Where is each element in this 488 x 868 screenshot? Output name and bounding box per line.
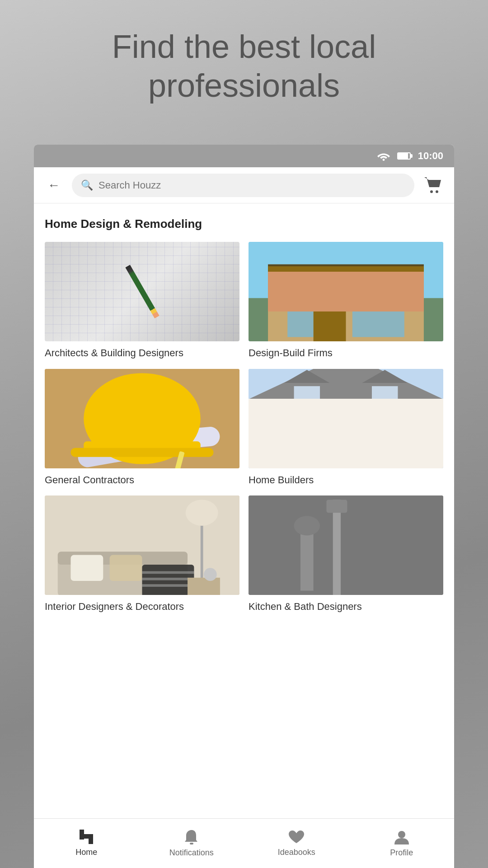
svg-rect-52 — [333, 500, 341, 595]
category-grid: Architects & Building Designers — [45, 242, 443, 613]
svg-point-48 — [186, 500, 218, 526]
svg-rect-44 — [142, 571, 194, 574]
svg-rect-45 — [142, 578, 194, 580]
category-kitchen[interactable]: Kitchen & Bath Designers — [249, 495, 443, 613]
battery-icon — [397, 152, 411, 160]
category-contractors[interactable]: General Contractors — [45, 369, 239, 487]
contractors-label: General Contractors — [45, 474, 239, 487]
kitchen-image — [249, 495, 443, 595]
house-svg — [249, 242, 443, 341]
cart-icon — [424, 177, 442, 193]
phone-card: 10:00 ← 🔍 Home Design & Remodeling — [34, 145, 454, 868]
svg-rect-30 — [378, 412, 424, 451]
interior-svg — [45, 495, 239, 595]
svg-rect-49 — [188, 578, 220, 595]
svg-rect-31 — [265, 412, 272, 451]
nav-ideabooks[interactable]: Ideabooks — [244, 819, 349, 868]
svg-point-55 — [294, 516, 320, 536]
nav-notifications[interactable]: Notifications — [139, 819, 244, 868]
svg-rect-34 — [366, 412, 373, 451]
svg-rect-36 — [421, 412, 428, 451]
category-design-build[interactable]: Design-Build Firms — [249, 242, 443, 360]
svg-rect-9 — [314, 305, 346, 341]
svg-rect-46 — [142, 584, 194, 587]
svg-point-1 — [430, 190, 433, 193]
pencil-shape — [125, 265, 159, 319]
contractors-image — [45, 369, 239, 468]
interior-image — [45, 495, 239, 595]
category-builders[interactable]: Home Builders — [249, 369, 443, 487]
svg-rect-54 — [300, 526, 314, 591]
back-arrow-icon: ← — [47, 178, 60, 193]
svg-rect-6 — [268, 264, 424, 275]
svg-rect-35 — [375, 412, 383, 451]
svg-rect-27 — [372, 386, 398, 406]
svg-rect-28 — [268, 412, 314, 451]
design-build-label: Design-Build Firms — [249, 347, 443, 360]
status-time: 10:00 — [418, 150, 443, 162]
builders-svg — [249, 369, 443, 468]
architects-image — [45, 242, 239, 341]
svg-point-0 — [382, 159, 385, 161]
search-input[interactable] — [99, 179, 405, 191]
back-button[interactable]: ← — [43, 175, 65, 196]
status-bar: 10:00 — [34, 145, 454, 167]
svg-point-50 — [204, 568, 217, 581]
profile-icon — [394, 829, 410, 845]
svg-rect-53 — [326, 500, 347, 513]
svg-rect-32 — [310, 412, 318, 451]
section-title: Home Design & Remodeling — [45, 217, 443, 231]
architects-label: Architects & Building Designers — [45, 347, 239, 360]
svg-rect-42 — [110, 555, 142, 581]
scroll-content: Home Design & Remodeling Architects & Bu… — [34, 203, 454, 818]
kitchen-label: Kitchen & Bath Designers — [249, 600, 443, 613]
svg-rect-58 — [89, 834, 93, 844]
bottom-nav: Home Notifications Ideabooks — [34, 818, 454, 868]
wifi-icon — [377, 151, 390, 161]
interior-label: Interior Designers & Decorators — [45, 600, 239, 613]
svg-rect-15 — [70, 448, 213, 457]
svg-point-61 — [398, 831, 405, 838]
hero-text: Find the best local professionals — [0, 27, 488, 105]
svg-rect-41 — [70, 555, 103, 581]
nav-profile-label: Profile — [390, 848, 413, 858]
search-bar[interactable]: 🔍 — [72, 174, 414, 197]
notifications-icon — [183, 829, 200, 845]
nav-notifications-label: Notifications — [169, 848, 214, 858]
svg-rect-29 — [323, 412, 369, 451]
svg-point-2 — [436, 190, 438, 193]
svg-rect-8 — [352, 285, 404, 337]
category-architects[interactable]: Architects & Building Designers — [45, 242, 239, 360]
cart-button[interactable] — [422, 174, 445, 197]
hardhat-svg — [45, 369, 239, 468]
nav-home[interactable]: Home — [34, 819, 139, 868]
builders-label: Home Builders — [249, 474, 443, 487]
nav-home-label: Home — [75, 848, 97, 857]
svg-rect-37 — [326, 448, 365, 468]
svg-rect-26 — [294, 386, 320, 406]
builders-image — [249, 369, 443, 468]
search-icon: 🔍 — [81, 179, 93, 191]
svg-point-60 — [190, 830, 193, 833]
svg-rect-59 — [190, 843, 193, 844]
heart-icon — [288, 830, 305, 845]
nav-ideabooks-label: Ideabooks — [278, 848, 315, 857]
kitchen-svg — [249, 495, 443, 595]
toolbar: ← 🔍 — [34, 167, 454, 203]
svg-rect-33 — [320, 412, 328, 451]
category-interior[interactable]: Interior Designers & Decorators — [45, 495, 239, 613]
home-icon — [78, 830, 95, 845]
svg-rect-20 — [262, 399, 431, 468]
nav-profile[interactable]: Profile — [349, 819, 455, 868]
design-build-image — [249, 242, 443, 341]
